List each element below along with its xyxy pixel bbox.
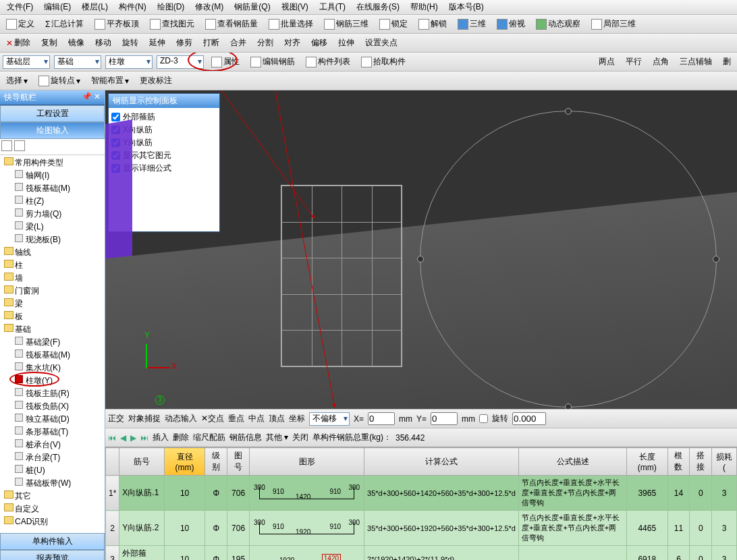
tree-group[interactable]: 门窗洞: [0, 285, 105, 298]
btn-scale-rebar[interactable]: 缩尺配筋: [193, 432, 225, 443]
btn-pick-member[interactable]: 拾取构件: [358, 55, 409, 69]
tree-group[interactable]: 梁: [0, 298, 105, 310]
btn-sumcalc[interactable]: Σ汇总计算: [42, 17, 87, 31]
nav-prev-icon[interactable]: ◀: [120, 433, 126, 443]
btn-split[interactable]: 分割: [254, 36, 277, 50]
select-category[interactable]: 基础: [54, 55, 101, 69]
btn-unlock[interactable]: 解锁: [415, 17, 450, 31]
btn-copy[interactable]: 复制: [38, 36, 61, 50]
btn-break[interactable]: 打断: [200, 36, 223, 50]
tree-group[interactable]: 柱: [0, 259, 105, 272]
tree-item[interactable]: 筏板基础(M): [0, 182, 105, 195]
tree-foundation-item[interactable]: 筏板负筋(X): [0, 400, 105, 413]
btn-3d[interactable]: 三维: [454, 17, 489, 31]
btn-other[interactable]: 其他 ▾: [266, 432, 288, 443]
tree-foundation-item[interactable]: 筏板主筋(R): [0, 387, 105, 400]
btn-osnap[interactable]: 对象捕捉: [128, 413, 161, 424]
btn-snap-del[interactable]: 删: [719, 55, 734, 69]
btn-mid[interactable]: 中点: [248, 413, 265, 424]
nav-last-icon[interactable]: ⏭: [140, 433, 148, 443]
menu-edit[interactable]: 编辑(E): [40, 0, 75, 14]
select-offset[interactable]: 不偏移: [309, 412, 350, 426]
btn-extend[interactable]: 延伸: [146, 36, 169, 50]
btn-snap-2pt[interactable]: 两点: [595, 55, 618, 69]
viewport-3d[interactable]: 钢筋显示控制面板 外部箍筋 X向纵筋 Y向纵筋 显示其它图元 显示详细公式: [105, 90, 737, 409]
col-dia[interactable]: 直径(mm): [164, 448, 205, 476]
tree-item[interactable]: 梁(L): [0, 221, 105, 233]
tree-group[interactable]: 墙: [0, 272, 105, 285]
input-x[interactable]: [368, 412, 395, 425]
btn-end[interactable]: 顶点: [269, 413, 285, 424]
tree-foundation-item[interactable]: 基础梁(F): [0, 336, 105, 349]
col-level[interactable]: 级别: [205, 448, 227, 476]
btn-delete[interactable]: ✕删除: [3, 36, 34, 50]
nav-next-icon[interactable]: ▶: [130, 433, 136, 443]
col-shape[interactable]: 图形: [250, 448, 364, 476]
menu-online[interactable]: 在线服务(S): [352, 0, 404, 14]
expand-icon[interactable]: [1, 140, 12, 151]
btn-delete-row[interactable]: 删除: [173, 432, 189, 443]
btn-view-rebar[interactable]: 查看钢筋量: [202, 17, 261, 31]
col-rownum[interactable]: [106, 448, 119, 476]
nav-first-icon[interactable]: ⏮: [108, 433, 116, 443]
btn-rebar3d[interactable]: 钢筋三维: [321, 17, 372, 31]
btn-find[interactable]: 查找图元: [146, 17, 198, 31]
input-rot[interactable]: [512, 412, 546, 425]
btn-close-grid[interactable]: 关闭: [292, 432, 308, 443]
btn-move[interactable]: 移动: [92, 36, 115, 50]
orbit-gizmo[interactable]: [420, 111, 717, 408]
tree-foundation-item[interactable]: 基础板带(W): [0, 477, 105, 490]
tree-foundation-item[interactable]: 筏板基础(M): [0, 349, 105, 362]
menu-rebar[interactable]: 钢筋量(Q): [230, 0, 274, 14]
btn-align[interactable]: 对齐: [281, 36, 304, 50]
tree-item[interactable]: 现浇板(B): [0, 233, 105, 246]
col-name[interactable]: 筋号: [119, 448, 164, 476]
btn-edit-rebar[interactable]: 编辑钢筋: [247, 55, 298, 69]
tree-foundation-item[interactable]: 桩(U): [0, 464, 105, 477]
btn-rotpoint[interactable]: 旋转点 ▾: [35, 74, 84, 88]
col-formula[interactable]: 计算公式: [364, 448, 519, 476]
btn-lock[interactable]: 锁定: [376, 17, 411, 31]
menu-draw[interactable]: 绘图(D): [153, 0, 189, 14]
btn-perp[interactable]: 垂点: [228, 413, 244, 424]
tree-group[interactable]: 其它: [0, 490, 105, 503]
btn-define[interactable]: 定义: [3, 17, 38, 31]
tree-group[interactable]: 板: [0, 310, 105, 323]
col-desc[interactable]: 公式描述: [519, 448, 627, 476]
tree-group[interactable]: 轴线: [0, 246, 105, 259]
btn-offset[interactable]: 偏移: [308, 36, 331, 50]
tree-item[interactable]: 柱(Z): [0, 195, 105, 208]
menu-view[interactable]: 视图(V): [277, 0, 312, 14]
btn-orbit[interactable]: 动态观察: [533, 17, 584, 31]
tree-item[interactable]: 剪力墙(Q): [0, 208, 105, 221]
menu-modify[interactable]: 修改(M): [191, 0, 227, 14]
menu-file[interactable]: 文件(F): [3, 0, 37, 14]
table-row[interactable]: 2Y向纵筋.210Φ706300910192091030035*d+300+56…: [106, 511, 737, 546]
btn-snap-parallel[interactable]: 平行: [622, 55, 645, 69]
tree-root[interactable]: 常用构件类型: [0, 157, 105, 169]
tree-group[interactable]: CAD识别: [0, 515, 105, 528]
btn-props[interactable]: 属性: [208, 55, 243, 69]
input-y[interactable]: [431, 412, 458, 425]
btn-dyn-input[interactable]: 动态输入: [165, 413, 197, 424]
btn-member-list[interactable]: 构件列表: [302, 55, 354, 69]
btn-batch-select[interactable]: 批量选择: [265, 17, 317, 31]
btn-ortho[interactable]: 正交: [108, 413, 124, 424]
tree-group[interactable]: 自定义: [0, 503, 105, 515]
btn-trim[interactable]: 修剪: [173, 36, 196, 50]
col-lap[interactable]: 搭接: [690, 448, 712, 476]
btn-local3d[interactable]: 局部三维: [588, 17, 639, 31]
btn-rebar-info[interactable]: 钢筋信息: [229, 432, 262, 443]
select-type[interactable]: 柱墩: [105, 55, 153, 69]
col-len[interactable]: 长度(mm): [627, 448, 668, 476]
col-loss[interactable]: 损耗(: [712, 448, 737, 476]
select-layer[interactable]: 基础层: [3, 55, 50, 69]
table-row[interactable]: 3外部箍筋.110Φ195192014202*(1920+1420)+2*(11…: [106, 546, 737, 561]
collapse-icon[interactable]: [14, 140, 25, 151]
tree-group-foundation[interactable]: 基础: [0, 323, 105, 336]
btn-snap-ptang[interactable]: 点角: [649, 55, 672, 69]
menu-tool[interactable]: 工具(T): [315, 0, 350, 14]
btn-top[interactable]: 俯视: [493, 17, 528, 31]
menu-help[interactable]: 帮助(H): [406, 0, 442, 14]
btn-align-slab[interactable]: 平齐板顶: [91, 17, 142, 31]
